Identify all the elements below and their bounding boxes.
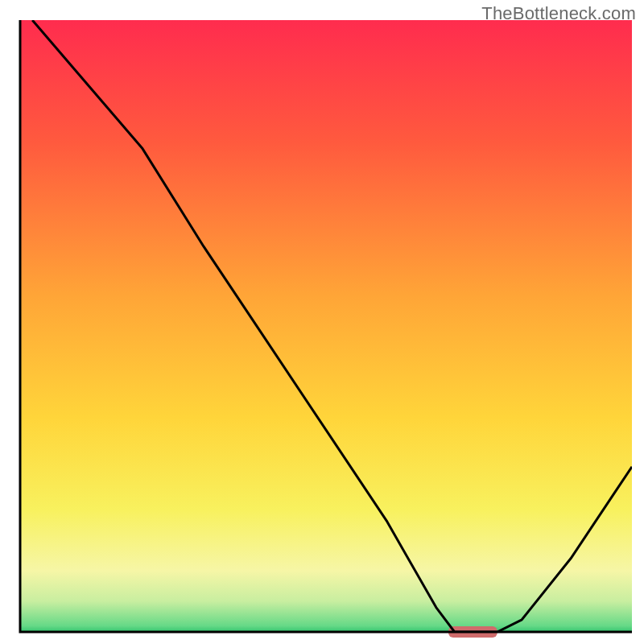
chart-container: TheBottleneck.com bbox=[0, 0, 644, 644]
watermark-text: TheBottleneck.com bbox=[481, 3, 636, 24]
bottleneck-chart bbox=[0, 0, 644, 644]
